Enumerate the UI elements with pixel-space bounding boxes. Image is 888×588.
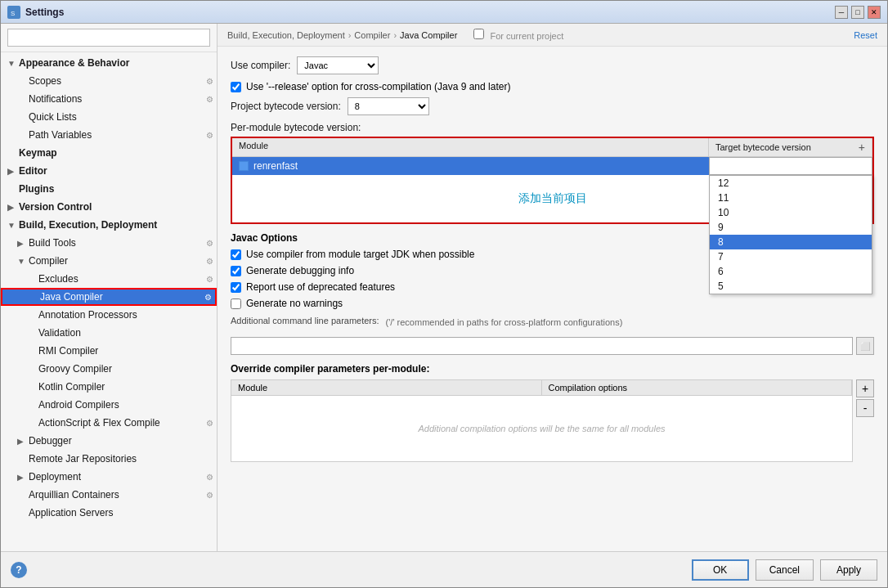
sidebar-item-editor[interactable]: ▶ Editor bbox=[1, 162, 217, 180]
search-input[interactable] bbox=[7, 29, 210, 47]
version-option-9[interactable]: 9 bbox=[710, 220, 872, 235]
use-compiler-select[interactable]: Javac bbox=[297, 56, 379, 74]
version-option-12[interactable]: 12 bbox=[710, 176, 872, 191]
gear-icon: ⚙ bbox=[206, 77, 213, 86]
maximize-button[interactable]: □ bbox=[851, 6, 864, 19]
sidebar-item-arquillian[interactable]: Arquillian Containers ⚙ bbox=[1, 486, 217, 504]
override-options-col: Compilation options bbox=[542, 380, 853, 395]
use-compiler-label: Use compiler: bbox=[231, 60, 290, 71]
additional-params-expand[interactable]: ⬜ bbox=[856, 337, 874, 355]
sidebar: ▼ Appearance & Behavior Scopes ⚙ Notific… bbox=[1, 24, 218, 551]
footer: ? OK Cancel Apply bbox=[1, 551, 887, 587]
version-option-10[interactable]: 10 bbox=[710, 205, 872, 220]
sidebar-item-groovy-compiler[interactable]: Groovy Compiler bbox=[1, 360, 217, 378]
no-warnings-label: Generate no warnings bbox=[246, 298, 343, 309]
gear-icon: ⚙ bbox=[204, 293, 212, 302]
no-warnings-checkbox[interactable] bbox=[231, 298, 241, 309]
gear-icon: ⚙ bbox=[206, 491, 213, 500]
sidebar-item-build-tools[interactable]: ▶ Build Tools ⚙ bbox=[1, 234, 217, 252]
override-remove-button[interactable]: - bbox=[856, 399, 874, 417]
sidebar-item-kotlin-compiler[interactable]: Kotlin Compiler bbox=[1, 378, 217, 396]
sidebar-item-compiler[interactable]: ▼ Compiler ⚙ bbox=[1, 252, 217, 270]
sidebar-item-validation[interactable]: Validation bbox=[1, 324, 217, 342]
search-box bbox=[1, 24, 217, 52]
version-option-8[interactable]: 8 bbox=[710, 235, 872, 249]
reset-link[interactable]: Reset bbox=[854, 30, 877, 40]
arrow-icon: ▼ bbox=[17, 257, 29, 266]
sidebar-item-annotation-processors[interactable]: Annotation Processors bbox=[1, 306, 217, 324]
additional-params-row: Additional command line parameters: ('/'… bbox=[231, 316, 874, 329]
sidebar-item-appearance[interactable]: ▼ Appearance & Behavior bbox=[1, 54, 217, 72]
sidebar-item-debugger[interactable]: ▶ Debugger bbox=[1, 432, 217, 450]
release-option-checkbox[interactable] bbox=[231, 82, 241, 92]
for-project-checkbox[interactable] bbox=[473, 29, 484, 39]
version-dropdown-trigger[interactable]: ▼ bbox=[709, 157, 872, 175]
breadcrumb-part1: Build, Execution, Deployment bbox=[227, 30, 345, 40]
version-option-5[interactable]: 5 bbox=[710, 279, 872, 294]
version-col-header: Target bytecode version + bbox=[709, 138, 872, 156]
additional-params-hint: ('/' recommended in paths for cross-plat… bbox=[386, 317, 623, 327]
cancel-button[interactable]: Cancel bbox=[756, 559, 814, 581]
add-module-button[interactable]: + bbox=[859, 141, 865, 154]
additional-params-input[interactable] bbox=[231, 337, 853, 355]
table-row[interactable]: renrenfast ▼ bbox=[232, 157, 872, 175]
use-module-label: Use compiler from module target JDK when… bbox=[246, 249, 474, 260]
arrow-icon: ▶ bbox=[17, 239, 29, 248]
override-table: Module Compilation options Additional co… bbox=[231, 379, 853, 462]
module-name: renrenfast bbox=[253, 160, 298, 172]
sep1: › bbox=[348, 30, 352, 40]
sidebar-item-keymap[interactable]: Keymap bbox=[1, 144, 217, 162]
version-option-6[interactable]: 6 bbox=[710, 264, 872, 279]
breadcrumb-part2: Compiler bbox=[354, 30, 390, 40]
apply-button[interactable]: Apply bbox=[820, 559, 877, 581]
version-option-11[interactable]: 11 bbox=[710, 191, 872, 205]
release-option-label: Use '--release' option for cross-compila… bbox=[246, 81, 510, 92]
gear-icon: ⚙ bbox=[206, 275, 213, 284]
gear-icon: ⚙ bbox=[206, 95, 213, 104]
app-icon: S bbox=[7, 6, 20, 19]
minimize-button[interactable]: ─ bbox=[835, 6, 848, 19]
sidebar-item-scopes[interactable]: Scopes ⚙ bbox=[1, 72, 217, 90]
sidebar-item-plugins[interactable]: Plugins bbox=[1, 180, 217, 198]
debug-checkbox[interactable] bbox=[231, 266, 241, 276]
override-module-col: Module bbox=[231, 380, 542, 395]
close-button[interactable]: ✕ bbox=[868, 6, 881, 19]
sidebar-item-java-compiler[interactable]: Java Compiler ⚙ bbox=[1, 288, 217, 306]
sidebar-item-app-servers[interactable]: Application Servers bbox=[1, 504, 217, 522]
gear-icon: ⚙ bbox=[206, 131, 213, 140]
javac-option-no-warnings: Generate no warnings bbox=[231, 298, 874, 309]
sep2: › bbox=[393, 30, 397, 40]
per-module-section: Per-module bytecode version: Module Targ… bbox=[231, 122, 874, 224]
sidebar-item-quick-lists[interactable]: Quick Lists bbox=[1, 108, 217, 126]
ok-button[interactable]: OK bbox=[692, 559, 749, 581]
sidebar-item-excludes[interactable]: Excludes ⚙ bbox=[1, 270, 217, 288]
release-option-row: Use '--release' option for cross-compila… bbox=[231, 81, 874, 92]
gear-icon: ⚙ bbox=[206, 239, 213, 248]
sidebar-item-rmi-compiler[interactable]: RMI Compiler bbox=[1, 342, 217, 360]
settings-content: Use compiler: Javac Use '--release' opti… bbox=[218, 47, 887, 551]
sidebar-item-android-compilers[interactable]: Android Compilers bbox=[1, 396, 217, 414]
help-button[interactable]: ? bbox=[11, 562, 27, 578]
version-option-7[interactable]: 7 bbox=[710, 249, 872, 264]
table-body: renrenfast ▼ bbox=[232, 157, 872, 222]
use-compiler-row: Use compiler: Javac bbox=[231, 56, 874, 74]
deprecated-checkbox[interactable] bbox=[231, 282, 241, 293]
arrow-icon: ▶ bbox=[7, 167, 19, 176]
use-module-checkbox[interactable] bbox=[231, 249, 241, 260]
sidebar-item-version-control[interactable]: ▶ Version Control bbox=[1, 198, 217, 216]
chevron-down-icon: ▼ bbox=[860, 162, 868, 171]
project-bytecode-select[interactable]: 8 bbox=[348, 97, 429, 115]
sidebar-item-deployment[interactable]: ▶ Deployment ⚙ bbox=[1, 468, 217, 486]
override-empty-hint: Additional compilation options will be t… bbox=[418, 424, 665, 433]
sidebar-item-path-variables[interactable]: Path Variables ⚙ bbox=[1, 126, 217, 144]
sidebar-item-build-execution[interactable]: ▼ Build, Execution, Deployment bbox=[1, 216, 217, 234]
sidebar-item-notifications[interactable]: Notifications ⚙ bbox=[1, 90, 217, 108]
sidebar-item-remote-jar[interactable]: Remote Jar Repositories bbox=[1, 450, 217, 468]
override-add-button[interactable]: + bbox=[856, 379, 874, 397]
module-table-wrapper: Module Target bytecode version + renrenf… bbox=[231, 137, 874, 224]
for-project-label: For current project bbox=[473, 29, 563, 41]
table-header: Module Target bytecode version + bbox=[232, 138, 872, 157]
sidebar-item-actionscript[interactable]: ActionScript & Flex Compile ⚙ bbox=[1, 414, 217, 432]
arrow-icon: ▶ bbox=[17, 437, 29, 446]
gear-icon: ⚙ bbox=[206, 419, 213, 428]
